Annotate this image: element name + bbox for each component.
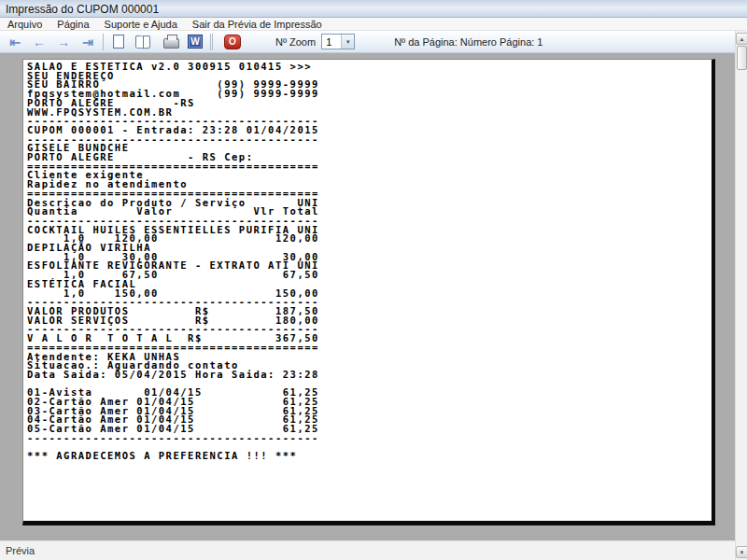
print-preview-window: Impressão do CUPOM 000001 Arquivo Página… <box>0 0 747 560</box>
menu-bar: Arquivo Página Suporte e Ajuda Sair da P… <box>0 18 747 31</box>
title-bar: Impressão do CUPOM 000001 <box>0 0 747 18</box>
preview-area: SALAO E ESTETICA v2.0 300915 010415 >>> … <box>0 53 735 539</box>
export-word-button[interactable]: W <box>184 32 206 51</box>
status-bar: Prévia <box>0 540 735 560</box>
scroll-thumb[interactable] <box>737 46 747 70</box>
zoom-dropdown-button[interactable]: ▼ <box>341 35 354 49</box>
last-page-icon: ⇥ <box>82 35 93 49</box>
chevron-down-icon: ▼ <box>345 39 351 45</box>
menu-pagina[interactable]: Página <box>49 18 96 31</box>
next-page-button[interactable]: → <box>52 32 75 51</box>
toolbar-separator-double <box>210 34 211 50</box>
print-button[interactable] <box>160 32 182 51</box>
single-page-icon <box>113 35 124 49</box>
single-page-view-button[interactable] <box>107 32 130 51</box>
two-page-icon <box>135 35 150 49</box>
window-title: Impressão do CUPOM 000001 <box>6 3 159 16</box>
menu-sair-previa[interactable]: Sair da Prévia de Impressão <box>185 18 330 31</box>
next-page-icon: → <box>57 35 70 49</box>
printer-icon <box>163 38 179 49</box>
zoom-value: 1 <box>322 36 341 48</box>
toolbar: ⇤ ← → ⇥ W O Nº Zoom 1 <box>0 31 735 53</box>
status-text: Prévia <box>0 545 35 556</box>
vertical-scrollbar[interactable]: ▲ ▼ <box>735 31 747 560</box>
previous-page-button[interactable]: ← <box>28 32 50 51</box>
scroll-up-icon: ▲ <box>740 36 745 42</box>
zoom-label: Nº Zoom <box>275 36 316 48</box>
last-page-button[interactable]: ⇥ <box>77 32 99 51</box>
menu-arquivo[interactable]: Arquivo <box>0 18 49 31</box>
scroll-up-button[interactable]: ▲ <box>736 33 747 45</box>
close-preview-button[interactable]: O <box>221 32 244 51</box>
menu-suporte-ajuda[interactable]: Suporte e Ajuda <box>97 18 185 31</box>
zoom-select[interactable]: 1 ▼ <box>321 34 355 49</box>
previous-page-icon: ← <box>33 35 46 49</box>
word-icon: W <box>188 35 203 49</box>
receipt-text: SALAO E ESTETICA v2.0 300915 010415 >>> … <box>27 63 712 461</box>
receipt-page: SALAO E ESTETICA v2.0 300915 010415 >>> … <box>22 59 715 525</box>
toolbar-separator <box>103 34 104 50</box>
scroll-down-button[interactable]: ▼ <box>736 546 747 558</box>
scroll-down-icon: ▼ <box>740 550 745 555</box>
page-number-status: Nº da Página: Número Página: 1 <box>394 36 543 48</box>
two-page-view-button[interactable] <box>132 32 154 51</box>
first-page-icon: ⇤ <box>9 35 21 49</box>
first-page-button[interactable]: ⇤ <box>4 32 26 51</box>
exit-icon: O <box>224 35 241 49</box>
